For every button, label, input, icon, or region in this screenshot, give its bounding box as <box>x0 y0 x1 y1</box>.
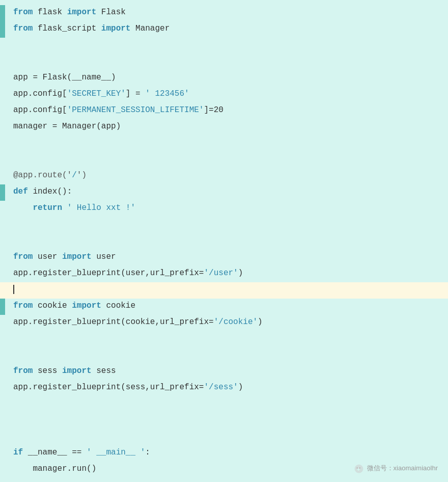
code-content <box>9 413 448 429</box>
line-indicator <box>0 429 5 445</box>
line-indicator <box>0 299 5 315</box>
kw-from-token: from <box>13 252 33 261</box>
line-indicator <box>0 201 5 217</box>
code-content <box>9 38 448 54</box>
code-content: def index(): <box>9 184 448 201</box>
kw-import-token: import <box>72 301 101 310</box>
code-line <box>0 413 448 429</box>
normal-token: flask_script <box>33 24 101 33</box>
normal-token: sess <box>33 366 62 376</box>
line-indicator <box>0 217 5 233</box>
code-line: from user import user <box>0 250 448 266</box>
code-content: app.config['PERMANENT_SESSION_LIFETIME']… <box>9 103 448 119</box>
line-indicator <box>0 315 5 331</box>
line-indicator <box>0 184 5 201</box>
kw-from-token: from <box>13 8 33 17</box>
code-line <box>0 282 448 299</box>
line-indicator <box>0 54 5 70</box>
line-indicator <box>0 152 5 168</box>
kw-def-token: def <box>13 187 28 196</box>
code-line: if __name__ == ' __main__ ': <box>0 445 448 462</box>
line-indicator <box>0 38 5 54</box>
normal-token: index(): <box>28 187 72 196</box>
line-indicator <box>0 119 5 136</box>
code-content: app.register_blueprint(cookie,url_prefix… <box>9 315 448 331</box>
normal-token: user <box>92 252 116 261</box>
code-content: @app.route('/') <box>9 168 448 184</box>
kw-if-token: if <box>13 448 23 457</box>
code-content: return ' Hello xxt !' <box>9 201 448 217</box>
code-line: app.config['SECRET_KEY'] = ' 123456' <box>0 87 448 103</box>
code-line: return ' Hello xxt !' <box>0 201 448 217</box>
kw-import-token: import <box>67 8 97 17</box>
normal-token: user <box>33 252 62 261</box>
code-line <box>0 38 448 54</box>
watermark: 微信号：xiaomaimiaolhr <box>354 463 438 474</box>
code-content <box>9 331 448 347</box>
code-content: app.register_blueprint(user,url_prefix='… <box>9 266 448 282</box>
code-content: from flask import Flask <box>9 5 448 21</box>
code-line <box>0 152 448 168</box>
code-content: app.register_blueprint(sess,url_prefix='… <box>9 380 448 396</box>
kw-from-token: from <box>13 301 33 310</box>
code-line: app.config['PERMANENT_SESSION_LIFETIME']… <box>0 103 448 119</box>
code-line: app.register_blueprint(cookie,url_prefix… <box>0 315 448 331</box>
line-indicator <box>0 136 5 152</box>
line-indicator <box>0 233 5 250</box>
code-line: @app.route('/') <box>0 168 448 184</box>
line-indicator <box>0 21 5 38</box>
normal-token: manager.run() <box>13 464 96 473</box>
code-editor: from flask import Flaskfrom flask_script… <box>0 0 448 482</box>
normal-token <box>13 203 33 212</box>
normal-token: app.config[ <box>13 105 67 115</box>
kw-import-token: import <box>62 366 92 376</box>
string-token: 'SECRET_KEY' <box>67 89 126 98</box>
code-line <box>0 347 448 364</box>
code-content <box>9 429 448 445</box>
code-content: app.config['SECRET_KEY'] = ' 123456' <box>9 87 448 103</box>
wechat-icon <box>354 464 364 474</box>
normal-token: cookie <box>33 301 72 310</box>
code-line <box>0 217 448 233</box>
code-content <box>9 233 448 250</box>
code-line <box>0 331 448 347</box>
kw-import-token: import <box>62 252 92 261</box>
normal-token: ) <box>238 269 243 278</box>
string-token: '/cookie' <box>214 317 258 327</box>
line-indicator <box>0 103 5 119</box>
code-content <box>9 136 448 152</box>
code-content <box>9 396 448 413</box>
line-indicator <box>0 282 5 299</box>
code-content <box>9 347 448 364</box>
line-indicator <box>0 380 5 396</box>
normal-token: Manager <box>130 24 170 33</box>
line-indicator <box>0 462 5 478</box>
string-token: ' __main__ ' <box>87 448 145 457</box>
code-content: manager = Manager(app) <box>9 119 448 136</box>
code-content <box>9 282 448 299</box>
line-indicator <box>0 364 5 380</box>
normal-token: app.register_blueprint(user,url_prefix= <box>13 269 204 278</box>
string-token: ' 123456' <box>145 89 189 98</box>
code-content: from user import user <box>9 250 448 266</box>
code-line <box>0 136 448 152</box>
normal-token: flask <box>33 8 67 17</box>
normal-token: ] = <box>126 89 145 98</box>
line-indicator <box>0 87 5 103</box>
kw-from-token: from <box>13 24 33 33</box>
string-token: / <box>72 171 77 180</box>
string-token: '/sess' <box>204 383 238 392</box>
code-content <box>9 152 448 168</box>
watermark-text: 微信号：xiaomaimiaolhr <box>367 463 438 474</box>
string-token: '/user' <box>204 269 238 278</box>
code-content: if __name__ == ' __main__ ': <box>9 445 448 462</box>
normal-token: cookie <box>101 301 135 310</box>
line-indicator <box>0 168 5 184</box>
code-line: from sess import sess <box>0 364 448 380</box>
code-content <box>9 54 448 70</box>
normal-token: ) <box>238 383 243 392</box>
code-content <box>9 217 448 233</box>
line-indicator <box>0 5 5 21</box>
code-content: app = Flask(__name__) <box>9 70 448 87</box>
normal-token: app.register_blueprint(sess,url_prefix= <box>13 383 204 392</box>
